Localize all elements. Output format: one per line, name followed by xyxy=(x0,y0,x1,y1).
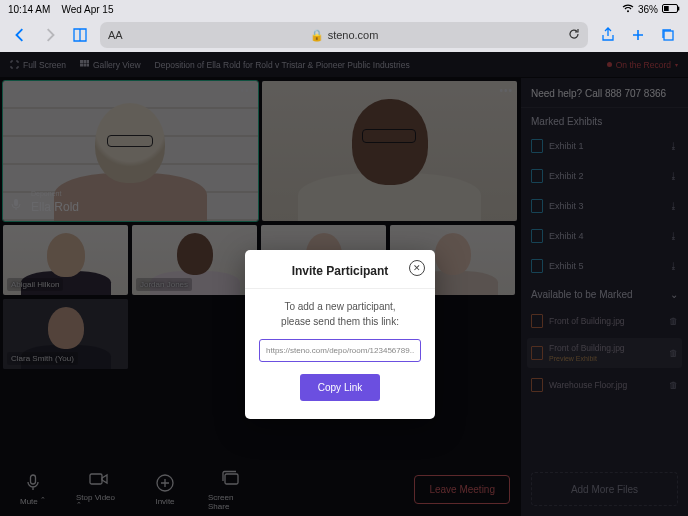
status-date: Wed Apr 15 xyxy=(61,4,113,15)
lock-icon: 🔒 xyxy=(310,29,324,42)
copy-link-button[interactable]: Copy Link xyxy=(300,374,380,401)
forward-button xyxy=(40,25,60,45)
status-time: 10:14 AM xyxy=(8,4,50,15)
close-button[interactable]: ✕ xyxy=(409,260,425,276)
bookmarks-button[interactable] xyxy=(70,25,90,45)
tabs-button[interactable] xyxy=(658,25,678,45)
text-size-button[interactable]: AA xyxy=(108,29,123,41)
device-status-bar: 10:14 AM Wed Apr 15 36% xyxy=(0,0,688,18)
svg-rect-1 xyxy=(664,6,669,11)
address-bar[interactable]: AA 🔒 steno.com xyxy=(100,22,588,48)
share-button[interactable] xyxy=(598,25,618,45)
modal-title: Invite Participant xyxy=(259,264,421,278)
invite-link-input[interactable] xyxy=(259,339,421,362)
new-tab-button[interactable] xyxy=(628,25,648,45)
app-viewport: Full Screen Gallery View Deposition of E… xyxy=(0,52,688,516)
svg-rect-3 xyxy=(664,31,673,40)
reload-button[interactable] xyxy=(568,28,580,42)
invite-participant-modal: ✕ Invite Participant To add a new partic… xyxy=(245,250,435,419)
url-domain: steno.com xyxy=(328,29,379,41)
browser-toolbar: AA 🔒 steno.com xyxy=(0,18,688,52)
battery-icon xyxy=(662,4,680,15)
back-button[interactable] xyxy=(10,25,30,45)
battery-percent: 36% xyxy=(638,4,658,15)
svg-rect-2 xyxy=(678,6,679,10)
modal-instruction: To add a new participant, please send th… xyxy=(263,299,417,329)
wifi-icon xyxy=(622,4,634,15)
